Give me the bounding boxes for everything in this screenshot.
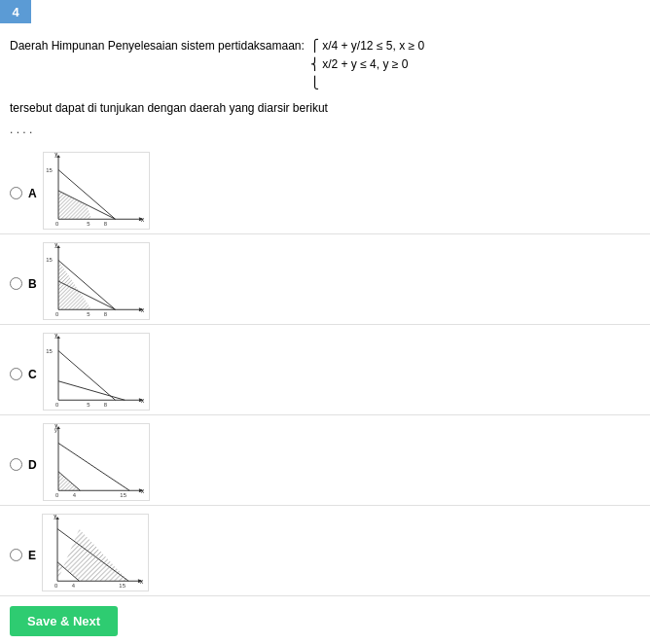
svg-text:15: 15 bbox=[46, 347, 53, 353]
svg-text:x: x bbox=[140, 306, 144, 313]
svg-text:15: 15 bbox=[46, 257, 53, 263]
graph-e: x y 15 4 0 bbox=[42, 514, 149, 591]
radio-b[interactable] bbox=[10, 277, 22, 290]
svg-text:15: 15 bbox=[119, 583, 126, 589]
radio-d[interactable] bbox=[10, 458, 22, 471]
graph-a: x y 15 5 8 0 bbox=[43, 152, 150, 230]
svg-text:0: 0 bbox=[55, 221, 59, 227]
svg-text:5: 5 bbox=[87, 311, 90, 317]
option-row-e: E x y 15 4 0 bbox=[0, 506, 650, 596]
question-text: Daerah Himpunan Penyelesaian sistem pert… bbox=[0, 31, 650, 121]
option-row-d: D x y y 15 4 0 bbox=[0, 415, 650, 506]
radio-c[interactable] bbox=[10, 368, 22, 380]
svg-text:0: 0 bbox=[55, 492, 59, 498]
option-label-c: C bbox=[28, 368, 37, 381]
svg-text:x: x bbox=[140, 578, 144, 585]
option-label-a: A bbox=[28, 187, 37, 200]
svg-text:4: 4 bbox=[72, 583, 76, 589]
option-row-a: A x y 15 5 8 0 bbox=[0, 144, 650, 234]
svg-text:y: y bbox=[54, 426, 57, 432]
option-label-d: D bbox=[28, 458, 37, 472]
radio-e[interactable] bbox=[10, 549, 22, 561]
svg-text:8: 8 bbox=[103, 402, 106, 408]
svg-text:x: x bbox=[140, 397, 144, 404]
svg-text:x: x bbox=[140, 487, 144, 494]
svg-text:15: 15 bbox=[120, 492, 126, 498]
question-number-badge: 4 bbox=[0, 0, 31, 23]
svg-text:5: 5 bbox=[87, 402, 90, 408]
svg-text:0: 0 bbox=[54, 583, 58, 589]
svg-text:8: 8 bbox=[103, 311, 106, 317]
option-label-e: E bbox=[28, 549, 36, 562]
svg-line-36 bbox=[58, 350, 116, 400]
dots: . . . . bbox=[0, 121, 650, 144]
svg-text:0: 0 bbox=[55, 402, 59, 408]
save-next-button[interactable]: Save & Next bbox=[10, 606, 118, 636]
option-row-b: B x y 15 5 8 0 bbox=[0, 234, 650, 325]
svg-marker-12 bbox=[58, 191, 91, 219]
svg-text:5: 5 bbox=[87, 221, 90, 227]
question-tail: tersebut dapat di tunjukan dengan daerah… bbox=[10, 99, 328, 117]
graph-d: x y y 15 4 0 bbox=[43, 423, 150, 501]
graph-c: x y 15 5 8 0 bbox=[43, 333, 150, 411]
question-label: Daerah Himpunan Penyelesaian sistem pert… bbox=[10, 37, 305, 54]
radio-a[interactable] bbox=[10, 187, 22, 199]
svg-text:x: x bbox=[140, 216, 144, 223]
svg-text:4: 4 bbox=[72, 492, 76, 498]
equation-system: ⎧ x/4 + y/12 ≤ 5, x ≥ 0 ⎨ x/2 + y ≤ 4, y… bbox=[310, 37, 424, 93]
svg-text:8: 8 bbox=[103, 221, 106, 227]
option-row-c: C x y 15 5 8 0 bbox=[0, 325, 650, 415]
svg-line-37 bbox=[58, 380, 125, 400]
option-label-b: B bbox=[28, 277, 37, 291]
svg-text:0: 0 bbox=[55, 311, 59, 317]
graph-b: x y 15 5 8 0 bbox=[43, 242, 150, 320]
svg-text:15: 15 bbox=[46, 166, 53, 172]
